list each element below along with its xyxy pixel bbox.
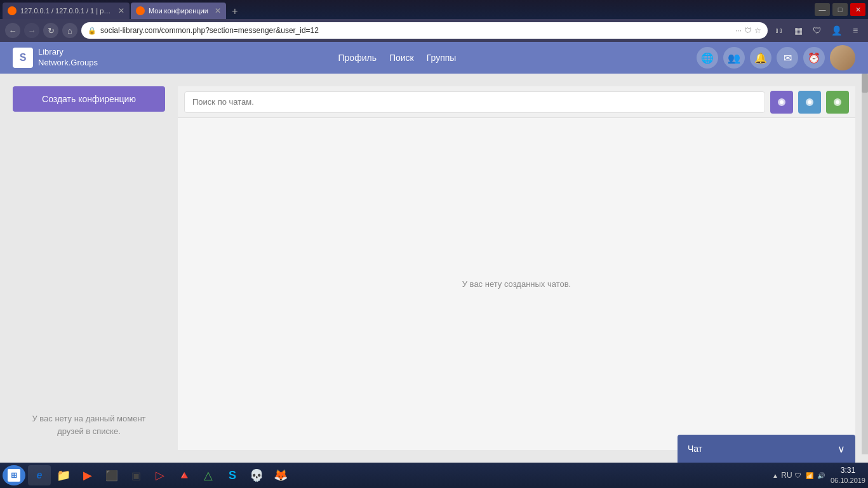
- system-tray-icons: ▲ RU 🛡 📶 🔊: [771, 471, 825, 480]
- tray-icon-1: ▲: [771, 471, 780, 480]
- friends-empty-text: У вас нету на данный моментдрузей в спис…: [32, 412, 145, 437]
- browser-toolbar: ← → ↻ ⌂ 🔒 social-library.com/common.php?…: [0, 19, 868, 42]
- back-button[interactable]: ←: [5, 23, 20, 38]
- site-nav-icons: 🌐 👥 🔔 ✉ ⏰: [697, 45, 855, 70]
- lock-icon: 🔒: [88, 27, 97, 35]
- maximize-button[interactable]: □: [832, 3, 848, 16]
- close-button[interactable]: ✕: [850, 3, 865, 16]
- chat-toolbar: [178, 86, 855, 118]
- friends-empty-state: У вас нету на данный моментдрузей в спис…: [13, 118, 165, 450]
- nav-avatar[interactable]: [830, 45, 855, 70]
- nav-link-profile[interactable]: Профиль: [338, 53, 377, 63]
- tab-label-active: Мои конфиренции: [149, 7, 208, 15]
- filter-icon-1: [777, 97, 787, 107]
- svg-point-5: [836, 100, 839, 104]
- nav-bell-button[interactable]: 🔔: [750, 47, 771, 69]
- menu-icon[interactable]: ≡: [848, 23, 863, 38]
- browser-tabs: 127.0.0.1 / 127.0.0.1 / 1 | phpM... ✕ Мо…: [3, 0, 815, 19]
- taskbar-apps: e 📁 ▶ ⬛ ▣ ▷ 🔺 △ S 💀 🦊: [28, 465, 768, 485]
- tab-messenger[interactable]: Мои конфиренции ✕: [131, 3, 226, 19]
- filter-button-1[interactable]: [770, 91, 793, 114]
- tab-phpma[interactable]: 127.0.0.1 / 127.0.0.1 / 1 | phpM... ✕: [3, 3, 130, 19]
- right-panel: У вас нету созданных чатов.: [178, 86, 855, 450]
- page-content: Создать конфиренцию У вас нету на данный…: [0, 74, 868, 463]
- refresh-button[interactable]: ↻: [43, 23, 58, 38]
- svg-point-3: [808, 100, 811, 104]
- nav-people-button[interactable]: 👥: [723, 47, 745, 69]
- minimize-button[interactable]: —: [815, 3, 830, 16]
- address-bar[interactable]: 🔒 social-library.com/common.php?section=…: [81, 22, 768, 39]
- page-scrollbar[interactable]: [862, 74, 868, 454]
- taskbar-right: ▲ RU 🛡 📶 🔊 3:31 06.10.2019: [771, 465, 865, 485]
- nav-mail-button[interactable]: ✉: [777, 47, 798, 69]
- tray-icon-volume: 🔊: [817, 471, 825, 480]
- nav-link-groups[interactable]: Группы: [427, 53, 457, 63]
- tab-icon: [8, 6, 17, 15]
- new-tab-button[interactable]: +: [227, 4, 243, 19]
- taskbar-app-autodesk[interactable]: 🔺: [173, 465, 196, 485]
- chat-widget-label: Чат: [688, 444, 702, 454]
- taskbar-app-skype[interactable]: S: [221, 465, 244, 485]
- avatar-image: [830, 45, 855, 70]
- clock-time: 3:31: [831, 465, 865, 476]
- create-conference-button[interactable]: Создать конфиренцию: [13, 86, 165, 112]
- tray-icon-security: 🛡: [794, 471, 803, 480]
- filter-button-2[interactable]: [798, 91, 821, 114]
- shield-icon: 🛡: [744, 26, 752, 35]
- filter-icon-2: [805, 97, 815, 107]
- left-panel: Создать конфиренцию У вас нету на данный…: [13, 86, 165, 450]
- logo-icon: S: [13, 48, 33, 68]
- tray-icon-lang: RU: [782, 471, 791, 480]
- scrollbar-thumb[interactable]: [862, 74, 868, 93]
- tab-close[interactable]: ✕: [118, 6, 124, 15]
- taskbar-app-firefox[interactable]: 🦊: [269, 465, 292, 485]
- window-controls: — □ ✕: [815, 3, 865, 16]
- library-icon[interactable]: ⫾⫾: [771, 23, 787, 38]
- address-bar-icons: ··· 🛡 ☆: [735, 26, 761, 35]
- tray-icon-network: 📶: [805, 471, 814, 480]
- taskbar-app-app2[interactable]: ▣: [124, 465, 147, 485]
- security-icon[interactable]: 🛡: [810, 23, 825, 38]
- tab-close-active[interactable]: ✕: [215, 6, 221, 15]
- site-nav-links: Профиль Поиск Группы: [338, 53, 457, 63]
- layout-icon[interactable]: ▦: [791, 23, 806, 38]
- clock-date: 06.10.2019: [831, 476, 865, 485]
- chat-empty-text: У вас нету созданных чатов.: [462, 279, 571, 289]
- nav-clock-button[interactable]: ⏰: [803, 47, 825, 69]
- nav-link-search[interactable]: Поиск: [389, 53, 414, 63]
- start-icon: ⊞: [8, 469, 20, 482]
- taskbar-app-media1[interactable]: ▶: [76, 465, 99, 485]
- taskbar-app-game[interactable]: 💀: [245, 465, 268, 485]
- account-icon[interactable]: 👤: [829, 23, 844, 38]
- windows-taskbar: ⊞ e 📁 ▶ ⬛ ▣ ▷ 🔺 △ S 💀: [0, 463, 868, 488]
- address-text: social-library.com/common.php?section=me…: [100, 26, 731, 35]
- taskbar-app-app1[interactable]: ⬛: [100, 465, 123, 485]
- chat-widget[interactable]: Чат ∨: [678, 435, 855, 463]
- toolbar-right: ⫾⫾ ▦ 🛡 👤 ≡: [771, 23, 863, 38]
- nav-globe-button[interactable]: 🌐: [697, 47, 718, 69]
- svg-point-1: [780, 100, 784, 104]
- taskbar-app-ie[interactable]: e: [28, 465, 51, 485]
- taskbar-clock: 3:31 06.10.2019: [831, 465, 865, 485]
- star-icon: ☆: [754, 26, 761, 35]
- chat-widget-chevron: ∨: [838, 443, 845, 455]
- site-logo[interactable]: S Library Network.Groups: [13, 47, 98, 69]
- site-navbar: S Library Network.Groups Профиль Поиск Г…: [0, 42, 868, 74]
- home-button[interactable]: ⌂: [62, 23, 77, 38]
- logo-text: Library Network.Groups: [38, 47, 98, 69]
- tab-icon-active: [136, 6, 145, 15]
- forward-button[interactable]: →: [24, 23, 39, 38]
- more-icon: ···: [735, 26, 742, 35]
- filter-icon-3: [832, 97, 843, 107]
- taskbar-app-vlc[interactable]: ▷: [149, 465, 171, 485]
- start-button[interactable]: ⊞: [3, 465, 25, 485]
- tab-label: 127.0.0.1 / 127.0.0.1 / 1 | phpM...: [20, 7, 112, 15]
- window-titlebar: 127.0.0.1 / 127.0.0.1 / 1 | phpM... ✕ Мо…: [0, 0, 868, 19]
- taskbar-app-app3[interactable]: △: [197, 465, 220, 485]
- filter-button-3[interactable]: [826, 91, 849, 114]
- chat-empty-state: У вас нету созданных чатов.: [178, 118, 855, 450]
- taskbar-app-folder[interactable]: 📁: [52, 465, 75, 485]
- chat-search-input[interactable]: [184, 91, 765, 113]
